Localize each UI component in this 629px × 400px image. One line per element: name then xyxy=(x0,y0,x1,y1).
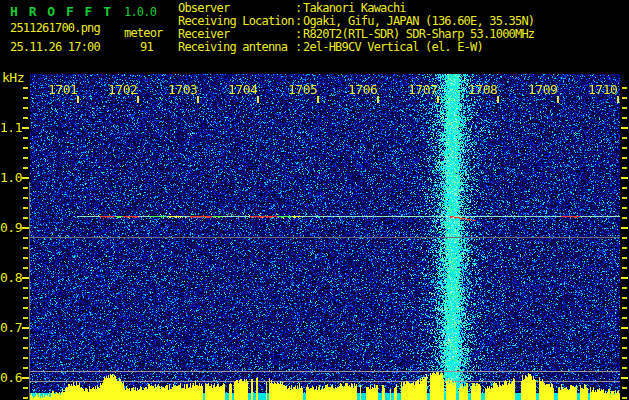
info-value: 2el-HB9CV Vertical (el. E-W) xyxy=(303,40,483,54)
info-label: Receiving antenna xyxy=(178,41,295,54)
time-tick xyxy=(197,96,199,103)
freq-minor-tick xyxy=(23,167,28,169)
freq-tick-label: 1.1 xyxy=(0,120,21,135)
time-tick-label: 1703 xyxy=(168,82,197,97)
freq-minor-tick-right xyxy=(622,307,627,309)
freq-minor-tick xyxy=(23,367,28,369)
freq-minor-tick xyxy=(23,107,28,109)
freq-major-tick xyxy=(22,277,29,279)
time-tick-label: 1705 xyxy=(288,82,317,97)
time-tick-label: 1708 xyxy=(468,82,497,97)
freq-minor-tick xyxy=(23,197,28,199)
time-tick-label: 1702 xyxy=(108,82,137,97)
freq-minor-tick xyxy=(23,217,28,219)
time-tick xyxy=(377,96,379,103)
freq-minor-tick-right xyxy=(622,147,627,149)
freq-minor-tick-right xyxy=(622,317,627,319)
info-row: Receiving antenna:2el-HB9CV Vertical (el… xyxy=(178,41,534,54)
freq-minor-tick-right xyxy=(622,107,627,109)
freq-minor-tick-right xyxy=(622,137,627,139)
freq-minor-tick-right xyxy=(622,337,627,339)
freq-minor-tick xyxy=(23,117,28,119)
freq-minor-tick-right xyxy=(622,167,627,169)
freq-minor-tick-right xyxy=(622,197,627,199)
freq-minor-tick xyxy=(23,307,28,309)
freq-minor-tick-right xyxy=(622,187,627,189)
freq-major-tick-right xyxy=(621,327,628,329)
freq-major-tick xyxy=(22,377,29,379)
freq-minor-tick-right xyxy=(622,207,627,209)
freq-tick-label: 0.8 xyxy=(0,270,21,285)
freq-minor-tick xyxy=(23,247,28,249)
freq-tick-label: 1.0 xyxy=(0,170,21,185)
time-tick-label: 1710 xyxy=(588,82,617,97)
freq-major-tick-right xyxy=(621,177,628,179)
freq-minor-tick-right xyxy=(622,367,627,369)
freq-minor-tick-right xyxy=(622,267,627,269)
freq-minor-tick xyxy=(23,257,28,259)
echo-count: 91 xyxy=(140,40,153,54)
time-tick xyxy=(317,96,319,103)
freq-minor-tick-right xyxy=(622,297,627,299)
time-tick xyxy=(77,96,79,103)
app-title: H R O F F T xyxy=(10,4,113,19)
freq-minor-tick-right xyxy=(622,117,627,119)
freq-major-tick-right xyxy=(621,227,628,229)
station-info-block: Observer:Takanori KawachiReceiving Locat… xyxy=(178,2,534,54)
freq-minor-tick xyxy=(23,207,28,209)
freq-minor-tick xyxy=(23,387,28,389)
hrofft-window: H R O F F T 1.0.0 2511261700.png meteor … xyxy=(0,0,629,400)
app-version: 1.0.0 xyxy=(124,5,156,19)
freq-minor-tick xyxy=(23,147,28,149)
time-tick xyxy=(497,96,499,103)
freq-major-tick xyxy=(22,177,29,179)
freq-minor-tick xyxy=(23,317,28,319)
freq-minor-tick-right xyxy=(622,257,627,259)
freq-major-tick xyxy=(22,127,29,129)
freq-minor-tick xyxy=(23,267,28,269)
freq-tick-label: 0.6 xyxy=(0,370,21,385)
freq-major-tick xyxy=(22,327,29,329)
freq-tick-label: 0.7 xyxy=(0,320,21,335)
time-tick-label: 1704 xyxy=(228,82,257,97)
output-filename: 2511261700.png xyxy=(10,21,100,35)
freq-minor-tick-right xyxy=(622,97,627,99)
freq-axis-unit-label: kHz xyxy=(2,70,24,85)
freq-major-tick-right xyxy=(621,377,628,379)
freq-minor-tick-right xyxy=(622,397,627,399)
freq-minor-tick xyxy=(23,347,28,349)
freq-minor-tick-right xyxy=(622,237,627,239)
freq-minor-tick xyxy=(23,237,28,239)
freq-minor-tick xyxy=(23,137,28,139)
freq-minor-tick xyxy=(23,297,28,299)
freq-minor-tick-right xyxy=(622,287,627,289)
freq-major-tick-right xyxy=(621,277,628,279)
freq-major-tick xyxy=(22,227,29,229)
freq-minor-tick-right xyxy=(622,87,627,89)
time-tick xyxy=(617,96,619,103)
info-value: Ogaki, Gifu, JAPAN (136.60E, 35.35N) xyxy=(303,14,534,28)
freq-tick-label: 0.9 xyxy=(0,220,21,235)
time-tick-label: 1701 xyxy=(48,82,77,97)
spectrogram-canvas xyxy=(30,74,620,400)
freq-minor-tick-right xyxy=(622,247,627,249)
time-tick-label: 1706 xyxy=(348,82,377,97)
mode-label: meteor xyxy=(124,26,163,40)
freq-minor-tick xyxy=(23,87,28,89)
freq-minor-tick xyxy=(23,187,28,189)
freq-minor-tick xyxy=(23,287,28,289)
info-colon: : xyxy=(295,41,303,54)
plot-left-border xyxy=(29,182,30,400)
freq-minor-tick xyxy=(23,97,28,99)
time-tick xyxy=(257,96,259,103)
freq-minor-tick xyxy=(23,357,28,359)
freq-minor-tick xyxy=(23,337,28,339)
freq-minor-tick-right xyxy=(622,357,627,359)
time-tick xyxy=(437,96,439,103)
freq-minor-tick xyxy=(23,157,28,159)
freq-minor-tick-right xyxy=(622,157,627,159)
time-tick xyxy=(137,96,139,103)
info-value: R820T2(RTL-SDR) SDR-Sharp 53.1000MHz xyxy=(303,27,534,41)
info-value: Takanori Kawachi xyxy=(303,1,406,15)
freq-minor-tick-right xyxy=(622,217,627,219)
